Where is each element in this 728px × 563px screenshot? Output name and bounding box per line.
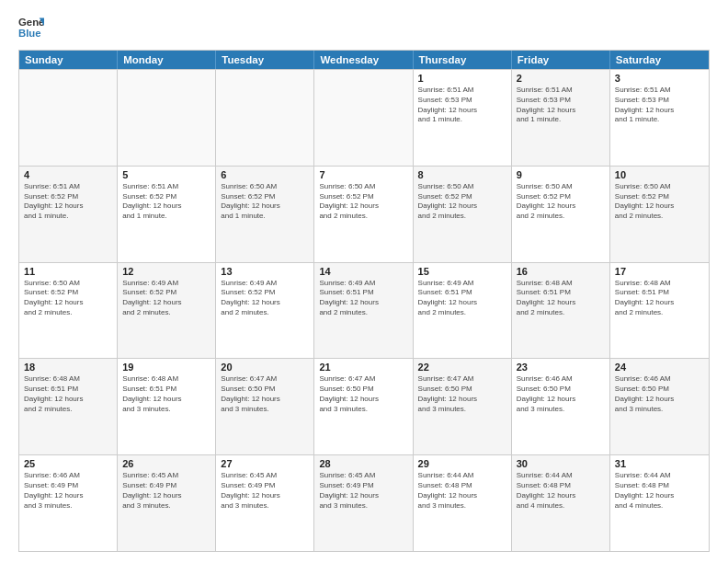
day-info: Sunrise: 6:48 AM Sunset: 6:51 PM Dayligh…: [122, 374, 210, 414]
calendar-week-1: 1Sunrise: 6:51 AM Sunset: 6:53 PM Daylig…: [19, 69, 709, 166]
calendar-cell: 12Sunrise: 6:49 AM Sunset: 6:52 PM Dayli…: [118, 263, 216, 359]
calendar-cell: 16Sunrise: 6:48 AM Sunset: 6:51 PM Dayli…: [512, 263, 610, 359]
day-info: Sunrise: 6:44 AM Sunset: 6:48 PM Dayligh…: [418, 471, 506, 511]
day-info: Sunrise: 6:49 AM Sunset: 6:51 PM Dayligh…: [319, 279, 407, 318]
calendar-cell: 15Sunrise: 6:49 AM Sunset: 6:51 PM Dayli…: [414, 263, 512, 359]
day-number: 10: [615, 169, 704, 180]
logo: General Blue: [18, 15, 48, 40]
day-info: Sunrise: 6:48 AM Sunset: 6:51 PM Dayligh…: [615, 279, 704, 318]
calendar-cell: 19Sunrise: 6:48 AM Sunset: 6:51 PM Dayli…: [118, 359, 216, 454]
day-of-week-saturday: Saturday: [610, 51, 709, 69]
day-info: Sunrise: 6:44 AM Sunset: 6:48 PM Dayligh…: [517, 471, 605, 511]
day-info: Sunrise: 6:51 AM Sunset: 6:52 PM Dayligh…: [122, 182, 210, 222]
calendar-cell: 13Sunrise: 6:49 AM Sunset: 6:52 PM Dayli…: [216, 263, 314, 359]
day-number: 6: [221, 169, 309, 180]
calendar-cell: 4Sunrise: 6:51 AM Sunset: 6:52 PM Daylig…: [19, 167, 118, 262]
day-number: 22: [418, 362, 506, 373]
day-of-week-friday: Friday: [512, 51, 610, 69]
page-header: General Blue: [18, 15, 710, 40]
day-number: 16: [517, 266, 605, 277]
calendar-cell: 30Sunrise: 6:44 AM Sunset: 6:48 PM Dayli…: [512, 455, 610, 551]
day-info: Sunrise: 6:51 AM Sunset: 6:52 PM Dayligh…: [24, 182, 112, 222]
calendar-cell: 25Sunrise: 6:46 AM Sunset: 6:49 PM Dayli…: [19, 455, 118, 551]
day-number: 1: [418, 73, 506, 84]
calendar-cell: [216, 70, 314, 166]
day-number: 12: [122, 266, 210, 277]
calendar-cell: 2Sunrise: 6:51 AM Sunset: 6:53 PM Daylig…: [512, 70, 610, 166]
calendar-cell: 18Sunrise: 6:48 AM Sunset: 6:51 PM Dayli…: [19, 359, 118, 454]
day-number: 28: [319, 458, 407, 469]
day-info: Sunrise: 6:46 AM Sunset: 6:50 PM Dayligh…: [517, 374, 605, 414]
calendar-cell: 24Sunrise: 6:46 AM Sunset: 6:50 PM Dayli…: [610, 359, 709, 454]
calendar-cell: 6Sunrise: 6:50 AM Sunset: 6:52 PM Daylig…: [216, 167, 314, 262]
day-info: Sunrise: 6:48 AM Sunset: 6:51 PM Dayligh…: [24, 374, 112, 414]
day-number: 8: [418, 169, 506, 180]
day-number: 5: [122, 169, 210, 180]
calendar-week-4: 18Sunrise: 6:48 AM Sunset: 6:51 PM Dayli…: [19, 358, 709, 454]
calendar-cell: 7Sunrise: 6:50 AM Sunset: 6:52 PM Daylig…: [314, 167, 413, 262]
calendar-week-3: 11Sunrise: 6:50 AM Sunset: 6:52 PM Dayli…: [19, 262, 709, 359]
calendar-cell: 1Sunrise: 6:51 AM Sunset: 6:53 PM Daylig…: [414, 70, 512, 166]
calendar-cell: 29Sunrise: 6:44 AM Sunset: 6:48 PM Dayli…: [414, 455, 512, 551]
calendar-cell: 8Sunrise: 6:50 AM Sunset: 6:52 PM Daylig…: [414, 167, 512, 262]
day-info: Sunrise: 6:50 AM Sunset: 6:52 PM Dayligh…: [24, 279, 112, 318]
calendar-cell: 27Sunrise: 6:45 AM Sunset: 6:49 PM Dayli…: [216, 455, 314, 551]
day-info: Sunrise: 6:48 AM Sunset: 6:51 PM Dayligh…: [517, 279, 605, 318]
day-number: 13: [221, 266, 309, 277]
calendar-cell: 9Sunrise: 6:50 AM Sunset: 6:52 PM Daylig…: [512, 167, 610, 262]
day-info: Sunrise: 6:47 AM Sunset: 6:50 PM Dayligh…: [418, 374, 506, 414]
day-info: Sunrise: 6:51 AM Sunset: 6:53 PM Dayligh…: [517, 86, 605, 125]
calendar-cell: 22Sunrise: 6:47 AM Sunset: 6:50 PM Dayli…: [414, 359, 512, 454]
day-number: 24: [615, 362, 704, 373]
calendar: SundayMondayTuesdayWednesdayThursdayFrid…: [18, 50, 710, 552]
day-number: 18: [24, 362, 112, 373]
day-number: 7: [319, 169, 407, 180]
day-number: 2: [517, 73, 605, 84]
day-number: 20: [221, 362, 309, 373]
calendar-cell: 14Sunrise: 6:49 AM Sunset: 6:51 PM Dayli…: [314, 263, 413, 359]
day-number: 4: [24, 169, 112, 180]
day-number: 23: [517, 362, 605, 373]
day-number: 11: [24, 266, 112, 277]
calendar-week-2: 4Sunrise: 6:51 AM Sunset: 6:52 PM Daylig…: [19, 166, 709, 262]
calendar-body: 1Sunrise: 6:51 AM Sunset: 6:53 PM Daylig…: [19, 69, 709, 551]
day-info: Sunrise: 6:47 AM Sunset: 6:50 PM Dayligh…: [221, 374, 309, 414]
calendar-cell: 3Sunrise: 6:51 AM Sunset: 6:53 PM Daylig…: [610, 70, 709, 166]
calendar-cell: [314, 70, 413, 166]
day-number: 15: [418, 266, 506, 277]
day-info: Sunrise: 6:50 AM Sunset: 6:52 PM Dayligh…: [615, 182, 704, 222]
day-info: Sunrise: 6:45 AM Sunset: 6:49 PM Dayligh…: [122, 471, 210, 511]
day-info: Sunrise: 6:49 AM Sunset: 6:51 PM Dayligh…: [418, 279, 506, 318]
day-info: Sunrise: 6:45 AM Sunset: 6:49 PM Dayligh…: [221, 471, 309, 511]
calendar-cell: 28Sunrise: 6:45 AM Sunset: 6:49 PM Dayli…: [314, 455, 413, 551]
day-info: Sunrise: 6:51 AM Sunset: 6:53 PM Dayligh…: [418, 86, 506, 125]
calendar-header: SundayMondayTuesdayWednesdayThursdayFrid…: [19, 51, 709, 69]
day-number: 9: [517, 169, 605, 180]
day-info: Sunrise: 6:44 AM Sunset: 6:48 PM Dayligh…: [615, 471, 704, 511]
calendar-cell: 17Sunrise: 6:48 AM Sunset: 6:51 PM Dayli…: [610, 263, 709, 359]
day-number: 14: [319, 266, 407, 277]
day-of-week-wednesday: Wednesday: [314, 51, 413, 69]
day-info: Sunrise: 6:49 AM Sunset: 6:52 PM Dayligh…: [122, 279, 210, 318]
day-info: Sunrise: 6:47 AM Sunset: 6:50 PM Dayligh…: [319, 374, 407, 414]
day-number: 25: [24, 458, 112, 469]
day-of-week-monday: Monday: [118, 51, 216, 69]
day-info: Sunrise: 6:50 AM Sunset: 6:52 PM Dayligh…: [221, 182, 309, 222]
calendar-cell: 21Sunrise: 6:47 AM Sunset: 6:50 PM Dayli…: [314, 359, 413, 454]
calendar-cell: 26Sunrise: 6:45 AM Sunset: 6:49 PM Dayli…: [118, 455, 216, 551]
calendar-week-5: 25Sunrise: 6:46 AM Sunset: 6:49 PM Dayli…: [19, 454, 709, 551]
calendar-cell: [19, 70, 118, 166]
day-number: 3: [615, 73, 704, 84]
calendar-cell: 31Sunrise: 6:44 AM Sunset: 6:48 PM Dayli…: [610, 455, 709, 551]
day-number: 21: [319, 362, 407, 373]
day-of-week-sunday: Sunday: [19, 51, 118, 69]
day-info: Sunrise: 6:49 AM Sunset: 6:52 PM Dayligh…: [221, 279, 309, 318]
svg-text:Blue: Blue: [18, 28, 41, 39]
day-number: 19: [122, 362, 210, 373]
day-number: 31: [615, 458, 704, 469]
day-info: Sunrise: 6:50 AM Sunset: 6:52 PM Dayligh…: [418, 182, 506, 222]
logo-icon: General Blue: [18, 15, 44, 40]
day-info: Sunrise: 6:50 AM Sunset: 6:52 PM Dayligh…: [517, 182, 605, 222]
calendar-cell: 23Sunrise: 6:46 AM Sunset: 6:50 PM Dayli…: [512, 359, 610, 454]
calendar-cell: 10Sunrise: 6:50 AM Sunset: 6:52 PM Dayli…: [610, 167, 709, 262]
